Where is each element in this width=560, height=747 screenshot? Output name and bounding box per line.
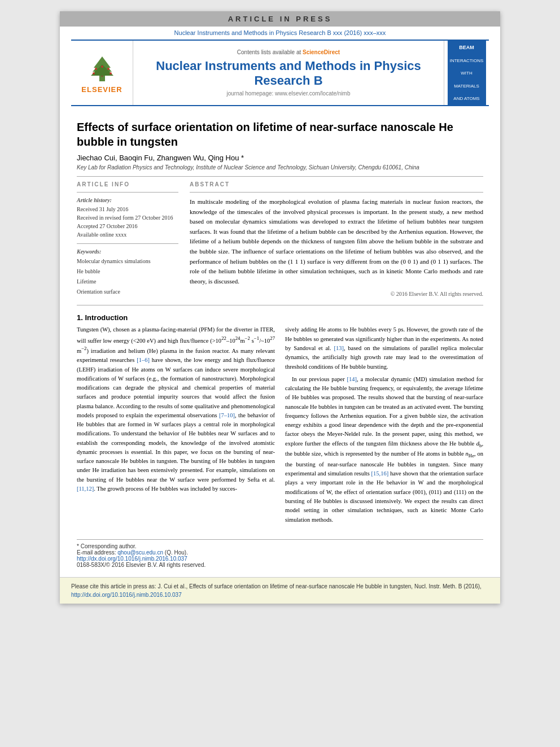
elsevier-logo: ELSEVIER [71, 41, 133, 105]
citation-bar: Please cite this article in press as: J.… [60, 577, 500, 604]
homepage-url[interactable]: www.elsevier.com/locate/nimb [275, 90, 350, 97]
doi-link[interactable]: http://dx.doi.org/10.1016/j.nimb.2016.10… [77, 556, 187, 562]
abstract-panel: ABSTRACT In multiscale modeling of the m… [190, 181, 483, 297]
citation-doi-link[interactable]: http://dx.doi.org/10.1016/j.nimb.2016.10… [71, 592, 182, 598]
elsevier-tree-icon [82, 52, 122, 83]
abstract-text: In multiscale modeling of the morphologi… [190, 197, 483, 286]
body-two-col: Tungsten (W), chosen as a plasma-facing-… [77, 325, 483, 527]
keywords-label: Keywords: [77, 248, 178, 255]
banner-text: ARTICLE IN PRESS [228, 15, 333, 23]
keywords-list: Molecular dynamics simulations He bubble… [77, 256, 178, 297]
affiliation: Key Lab for Radiation Physics and Techno… [77, 164, 483, 171]
body-right-para-2: In our previous paper [14], a molecular … [285, 375, 483, 525]
divider-abstract [190, 192, 483, 193]
contents-available-text: Contents lists available at ScienceDirec… [139, 49, 438, 55]
section-heading-1: 1. Introduction [77, 313, 483, 322]
page: ARTICLE IN PRESS Nuclear Instruments and… [60, 11, 500, 604]
ref-13[interactable]: [13] [334, 345, 344, 351]
footnote-doi: http://dx.doi.org/10.1016/j.nimb.2016.10… [77, 556, 483, 562]
divider-info [77, 192, 178, 193]
article-info-abstract: ARTICLE INFO Article history: Received 3… [77, 181, 483, 297]
body-left-para: Tungsten (W), chosen as a plasma-facing-… [77, 325, 275, 493]
article-in-press-banner: ARTICLE IN PRESS [60, 11, 500, 27]
available-date: Available online xxxx [77, 230, 178, 239]
body-left-col: Tungsten (W), chosen as a plasma-facing-… [77, 325, 275, 527]
article-content: Effects of surface orientation on lifeti… [60, 108, 500, 534]
article-info-panel: ARTICLE INFO Article history: Received 3… [77, 181, 178, 297]
introduction-section: 1. Introduction Tungsten (W), chosen as … [77, 313, 483, 527]
revised-date: Received in revised form 27 October 2016 [77, 213, 178, 222]
keyword-1: Molecular dynamics simulations [77, 256, 178, 267]
body-right-col: sively adding He atoms to He bubbles eve… [285, 325, 483, 527]
ref-7-10[interactable]: [7–10] [219, 412, 235, 418]
ref-14[interactable]: [14] [347, 376, 357, 382]
accepted-date: Accepted 27 October 2016 [77, 222, 178, 230]
svg-point-8 [110, 72, 112, 75]
received-date: Received 31 July 2016 [77, 205, 178, 213]
ref-15-16[interactable]: [15,16] [371, 470, 389, 477]
elsevier-wordmark: ELSEVIER [81, 85, 122, 94]
divider-keywords [77, 243, 178, 244]
keyword-3: Lifetime [77, 277, 178, 287]
svg-point-9 [101, 65, 103, 68]
keyword-4: Orientation surface [77, 287, 178, 297]
beam-box: BEAM INTERACTIONS WITH MATERIALS AND ATO… [448, 41, 486, 105]
footnote-corresponding: * Corresponding author. [77, 543, 483, 549]
journal-title-area: Contents lists available at ScienceDirec… [133, 41, 444, 105]
journal-header: ELSEVIER Contents lists available at Sci… [71, 40, 489, 106]
journal-title: Nuclear Instruments and Methods in Physi… [139, 59, 438, 89]
journal-reference: Nuclear Instruments and Methods in Physi… [60, 27, 500, 37]
journal-homepage: journal homepage: www.elsevier.com/locat… [139, 90, 438, 97]
article-info-heading: ARTICLE INFO [77, 181, 178, 187]
footnote-issn: 0168-583X/© 2016 Elsevier B.V. All right… [77, 562, 483, 568]
abstract-heading: ABSTRACT [190, 181, 483, 187]
footnote-email: E-mail address: qhou@scu.edu.cn (Q. Hou)… [77, 549, 483, 556]
copyright: © 2016 Elsevier B.V. All rights reserved… [190, 291, 483, 297]
svg-point-5 [95, 68, 97, 70]
authors: Jiechao Cui, Baoqin Fu, Zhangwen Wu, Qin… [77, 154, 483, 162]
beam-logo: BEAM INTERACTIONS WITH MATERIALS AND ATO… [444, 41, 489, 105]
email-link[interactable]: qhou@scu.edu.cn [117, 549, 163, 556]
ref-1-6[interactable]: [1–6] [137, 357, 150, 363]
sciencedirect-link[interactable]: ScienceDirect [303, 49, 340, 55]
article-title: Effects of surface orientation on lifeti… [77, 120, 483, 149]
divider-2 [77, 305, 483, 305]
footnote-area: * Corresponding author. E-mail address: … [77, 539, 483, 571]
history-label: Article history: [77, 197, 178, 203]
ref-11-12[interactable]: [11,12] [77, 486, 94, 492]
svg-point-6 [107, 68, 110, 70]
keyword-2: He bubble [77, 267, 178, 277]
body-right-para-1: sively adding He atoms to He bubbles eve… [285, 325, 483, 371]
divider-1 [77, 176, 483, 177]
svg-point-7 [93, 72, 95, 75]
